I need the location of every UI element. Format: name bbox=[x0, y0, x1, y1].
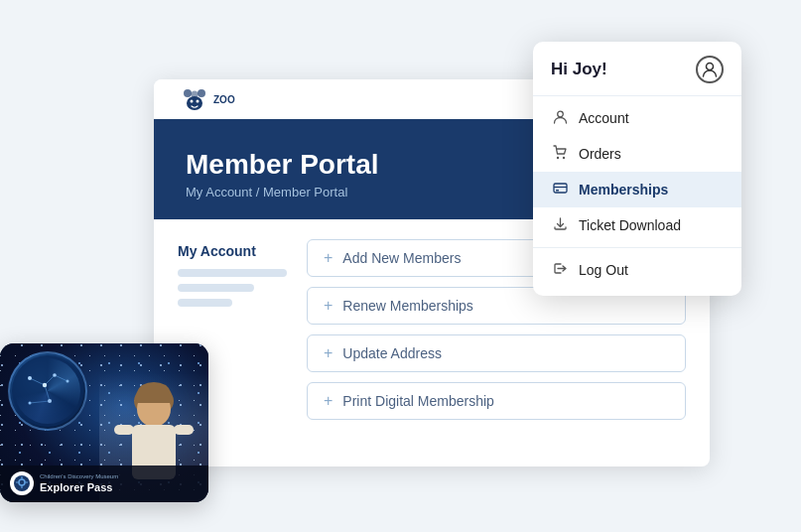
ticket-download-icon bbox=[551, 216, 569, 234]
sidebar-line-1 bbox=[178, 269, 287, 277]
dropdown-header: Hi Joy! bbox=[533, 56, 741, 95]
renew-memberships-label: Renew Memberships bbox=[342, 298, 473, 314]
svg-rect-29 bbox=[174, 425, 194, 435]
svg-line-14 bbox=[30, 378, 45, 385]
memberships-label: Memberships bbox=[579, 182, 668, 198]
account-icon bbox=[551, 109, 569, 127]
museum-logo bbox=[10, 471, 34, 495]
print-digital-membership-button[interactable]: + Print Digital Membership bbox=[307, 382, 686, 420]
museum-name: Children's Discovery Museum bbox=[40, 473, 118, 480]
logout-icon bbox=[551, 261, 569, 279]
logo-text: ZOO bbox=[213, 94, 235, 105]
account-label: Account bbox=[579, 110, 629, 126]
greeting-text: Hi Joy! bbox=[551, 60, 607, 79]
svg-line-18 bbox=[30, 401, 50, 403]
dropdown-item-logout[interactable]: Log Out bbox=[533, 252, 741, 288]
svg-point-6 bbox=[707, 64, 714, 70]
explorer-globe bbox=[8, 351, 87, 431]
svg-point-20 bbox=[43, 383, 47, 387]
update-address-label: Update Address bbox=[342, 345, 442, 361]
svg-point-19 bbox=[28, 376, 32, 380]
svg-point-3 bbox=[191, 100, 194, 103]
svg-point-0 bbox=[184, 89, 192, 97]
svg-point-4 bbox=[197, 100, 200, 103]
dropdown-item-ticket-download[interactable]: Ticket Download bbox=[533, 207, 741, 243]
svg-rect-28 bbox=[114, 425, 134, 435]
dropdown-item-orders[interactable]: Orders bbox=[533, 136, 741, 172]
svg-point-9 bbox=[562, 157, 564, 159]
svg-point-1 bbox=[198, 89, 205, 97]
explorer-footer-text: Children's Discovery Museum Explorer Pas… bbox=[40, 473, 118, 492]
user-avatar-icon[interactable] bbox=[696, 56, 724, 83]
explorer-card-footer: Children's Discovery Museum Explorer Pas… bbox=[0, 466, 208, 502]
svg-point-21 bbox=[53, 373, 57, 377]
svg-point-2 bbox=[187, 96, 202, 110]
plus-icon-1: + bbox=[324, 250, 333, 266]
orders-icon bbox=[551, 145, 569, 163]
svg-point-8 bbox=[556, 157, 558, 159]
svg-line-17 bbox=[45, 385, 50, 401]
svg-point-5 bbox=[192, 91, 199, 98]
explorer-pass-card: Children's Discovery Museum Explorer Pas… bbox=[0, 343, 208, 502]
logout-label: Log Out bbox=[579, 262, 628, 278]
svg-line-16 bbox=[55, 375, 67, 381]
sidebar-line-3 bbox=[178, 299, 232, 307]
pass-name: Explorer Pass bbox=[40, 481, 118, 493]
zoo-logo-icon bbox=[180, 85, 209, 113]
svg-point-7 bbox=[557, 111, 563, 117]
ticket-download-label: Ticket Download bbox=[579, 217, 681, 233]
dropdown-menu: Hi Joy! Account Orders bbox=[533, 42, 741, 296]
svg-rect-10 bbox=[554, 184, 567, 193]
sidebar-label: My Account bbox=[178, 243, 287, 259]
dropdown-separator bbox=[533, 247, 741, 248]
svg-point-23 bbox=[48, 399, 52, 403]
dropdown-item-account[interactable]: Account bbox=[533, 100, 741, 136]
plus-icon-2: + bbox=[324, 298, 333, 314]
dropdown-item-memberships[interactable]: Memberships bbox=[533, 172, 741, 207]
dropdown-divider-top bbox=[533, 95, 741, 96]
svg-point-13 bbox=[12, 355, 83, 427]
sidebar-line-2 bbox=[178, 284, 254, 292]
add-new-members-label: Add New Members bbox=[342, 250, 461, 266]
update-address-button[interactable]: + Update Address bbox=[307, 334, 686, 372]
memberships-icon bbox=[551, 181, 569, 199]
svg-rect-12 bbox=[556, 190, 559, 192]
svg-point-22 bbox=[67, 380, 69, 383]
plus-icon-4: + bbox=[324, 393, 333, 409]
svg-point-24 bbox=[29, 402, 32, 405]
svg-line-15 bbox=[45, 375, 55, 385]
print-digital-membership-label: Print Digital Membership bbox=[342, 393, 494, 409]
plus-icon-3: + bbox=[324, 345, 333, 361]
topbar-logo: ZOO bbox=[170, 85, 245, 113]
orders-label: Orders bbox=[579, 146, 621, 162]
